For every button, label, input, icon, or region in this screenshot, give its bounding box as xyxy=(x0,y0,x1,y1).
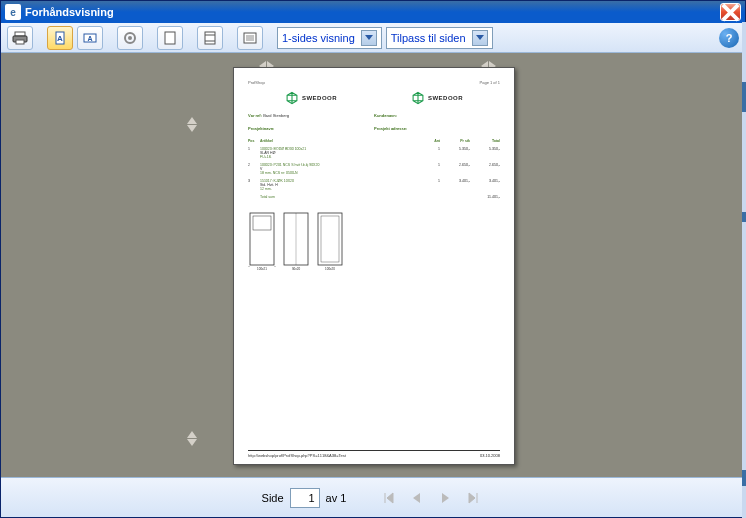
view-mode-label: 1-sides visning xyxy=(282,32,355,44)
margin-handle-left-bottom[interactable] xyxy=(187,431,197,446)
page-header-right: Page 1 of 1 xyxy=(480,80,500,85)
landscape-button[interactable]: A xyxy=(77,26,103,50)
next-page-button[interactable] xyxy=(434,487,456,509)
page-label: Side xyxy=(262,492,284,504)
col-qty: Ant xyxy=(420,139,440,143)
external-scrollbar xyxy=(742,22,746,518)
landscape-icon: A xyxy=(82,30,98,46)
table-row: 1 100023: BODØ BD30 100x21SLÅR HØFU+18. … xyxy=(248,145,500,161)
settings-button[interactable] xyxy=(117,26,143,50)
footer-date: 03.10.2008 xyxy=(480,453,500,458)
first-page-icon xyxy=(381,490,397,506)
hf-on-button[interactable] xyxy=(197,26,223,50)
window-title: Forhåndsvisning xyxy=(25,6,720,18)
pagination-bar: Side av 1 xyxy=(1,477,745,517)
door-drawing: 100x21 xyxy=(248,211,276,271)
page-footer: http://webshop/prof/ProfShop.php?PS=1118… xyxy=(248,450,500,458)
hf-on-icon xyxy=(202,30,218,46)
door-drawing: 90x20 xyxy=(282,211,310,271)
svg-text:A: A xyxy=(57,34,63,43)
svg-rect-18 xyxy=(253,216,271,230)
chevron-down-icon xyxy=(472,30,488,46)
page-total-label: av 1 xyxy=(326,492,347,504)
preview-area: ProfShop Page 1 of 1 SWEDOOR SWEDOOR xyxy=(1,53,745,477)
page-number-input[interactable] xyxy=(290,488,320,508)
svg-rect-10 xyxy=(205,32,215,44)
swedoor-logo-icon xyxy=(285,91,299,105)
page-header-left: ProfShop xyxy=(248,80,265,85)
hf-off-icon xyxy=(162,30,178,46)
full-width-icon xyxy=(242,30,258,46)
table-total-row: Total sum 11.401,- xyxy=(248,193,500,201)
chevron-down-icon xyxy=(361,30,377,46)
project-addr-label: Prosjekt adresse: xyxy=(374,126,407,131)
prev-page-button[interactable] xyxy=(406,487,428,509)
svg-rect-9 xyxy=(165,32,175,44)
svg-rect-2 xyxy=(16,40,24,44)
col-unit: Pr stk xyxy=(440,139,470,143)
svg-point-8 xyxy=(128,36,132,40)
footer-url: http://webshop/prof/ProfShop.php?PS=1118… xyxy=(248,453,346,458)
customer-label: Kundenavn: xyxy=(374,113,397,118)
table-row: 3 151017: KJØK 10X20Std. Hvit. H12 mm. 1… xyxy=(248,177,500,193)
swedoor-logo-icon xyxy=(411,91,425,105)
col-art: Artikkel xyxy=(260,139,420,143)
zoom-select[interactable]: Tilpass til siden xyxy=(386,27,493,49)
door-drawing: 100x20 xyxy=(316,211,344,271)
print-button[interactable] xyxy=(7,26,33,50)
view-mode-select[interactable]: 1-sides visning xyxy=(277,27,382,49)
zoom-label: Tilpass til siden xyxy=(391,32,466,44)
col-total: Total xyxy=(470,139,500,143)
page-preview: ProfShop Page 1 of 1 SWEDOOR SWEDOOR xyxy=(233,67,515,465)
svg-rect-17 xyxy=(250,213,274,265)
portrait-button[interactable]: A xyxy=(47,26,73,50)
items-table: Pos Artikkel Ant Pr stk Total 1 100023: … xyxy=(248,137,500,201)
preview-window: e Forhåndsvisning A A xyxy=(0,0,746,518)
portrait-icon: A xyxy=(52,30,68,46)
project-name-label: Prosjektnavn: xyxy=(248,126,274,131)
help-icon: ? xyxy=(726,32,733,44)
door-drawings: 100x21 90x20 100x20 xyxy=(248,211,500,271)
last-page-button[interactable] xyxy=(462,487,484,509)
brand-logo-left: SWEDOOR xyxy=(285,91,337,105)
prev-page-icon xyxy=(409,490,425,506)
first-page-button[interactable] xyxy=(378,487,400,509)
svg-rect-24 xyxy=(321,216,339,262)
full-width-button[interactable] xyxy=(237,26,263,50)
ref-label: Vår ref: xyxy=(248,113,262,118)
svg-rect-23 xyxy=(318,213,342,265)
help-button[interactable]: ? xyxy=(719,28,739,48)
brand-logo-right: SWEDOOR xyxy=(411,91,463,105)
close-icon xyxy=(721,3,740,22)
print-icon xyxy=(12,30,28,46)
svg-rect-0 xyxy=(15,32,25,36)
margin-handle-left-top[interactable] xyxy=(187,117,197,132)
next-page-icon xyxy=(437,490,453,506)
col-pos: Pos xyxy=(248,139,260,143)
table-row: 2 100023: P201 NCS S hvit f.b.kj 90X20V1… xyxy=(248,161,500,177)
hf-off-button[interactable] xyxy=(157,26,183,50)
toolbar: A A 1-sides visning Tilpass til siden xyxy=(1,23,745,53)
close-button[interactable] xyxy=(720,3,741,21)
app-icon: e xyxy=(5,4,21,20)
ref-value: Bård Stenberg xyxy=(263,113,289,118)
titlebar: e Forhåndsvisning xyxy=(1,1,745,23)
gear-icon xyxy=(122,30,138,46)
last-page-icon xyxy=(465,490,481,506)
svg-text:A: A xyxy=(87,35,92,42)
